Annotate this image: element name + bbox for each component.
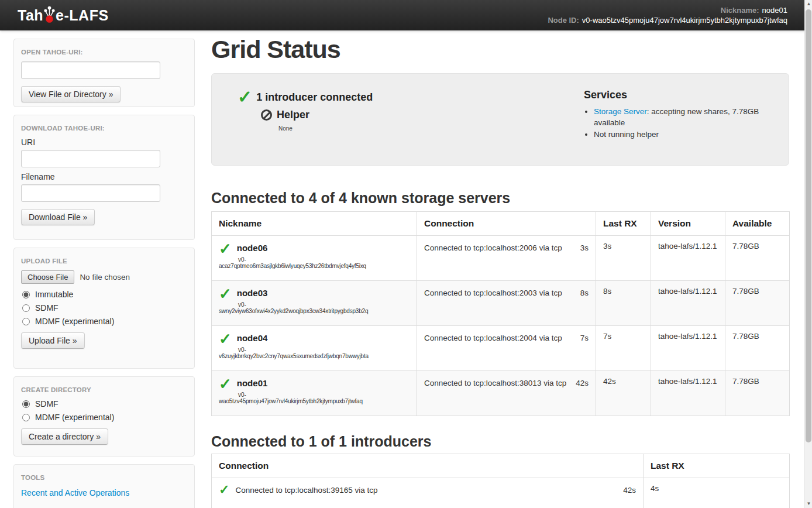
radio-upload-sdmf[interactable]: SDMF bbox=[21, 303, 187, 313]
nickname-cell: ✓node01 v0-wao5tzv45pmoju47jow7rvl4ukirj… bbox=[212, 371, 417, 416]
connection-cell: ✓ Connected to tcp:localhost:39165 via t… bbox=[212, 478, 644, 508]
check-icon: ✓ bbox=[219, 377, 232, 391]
nickname-label: Nickname: bbox=[721, 6, 759, 15]
upload-file-button[interactable]: Upload File » bbox=[21, 332, 85, 349]
download-file-button[interactable]: Download File » bbox=[21, 209, 95, 225]
introducers-header-row: Connection Last RX bbox=[212, 454, 790, 478]
col-last-rx: Last RX bbox=[596, 212, 651, 236]
storage-header-row: Nickname Connection Last RX Version Avai… bbox=[212, 212, 790, 236]
radio-mkdir-sdmf[interactable]: SDMF bbox=[21, 399, 187, 409]
table-row: ✓node04 v0-v6zuyjkbrrkqy2bvc2cny7qwax5sx… bbox=[212, 326, 790, 371]
node-peerid: v0-swny2viyw63ofxwi4x2yykd2woqjbpx3cw34x… bbox=[219, 301, 410, 314]
version-cell: tahoe-lafs/1.12.1 bbox=[651, 371, 725, 416]
node-nickname: node01 bbox=[237, 377, 268, 388]
available-cell: 7.78GB bbox=[725, 371, 790, 416]
vertical-scrollbar[interactable]: ▲ ▼ bbox=[804, 0, 812, 508]
available-cell: 7.78GB bbox=[725, 281, 790, 326]
helper-status-line: Helper bbox=[261, 109, 584, 121]
available-cell: 7.78GB bbox=[725, 326, 790, 371]
radio-upload-mdmf[interactable]: MDMF (experimental) bbox=[21, 317, 187, 326]
upload-file-label: UPLOAD FILE bbox=[21, 258, 187, 265]
helper-value: None bbox=[278, 125, 584, 132]
col-last-rx: Last RX bbox=[644, 454, 790, 478]
create-directory-panel: CREATE DIRECTORY SDMF MDMF (experimental… bbox=[13, 376, 195, 456]
service-storage-item: Storage Server: accepting new shares, 7.… bbox=[594, 106, 777, 128]
node-peerid: v0-acaz7qptmeo6m3asjlgkb6iwlyuqey53hz26t… bbox=[219, 256, 410, 269]
introducers-table: Connection Last RX ✓ Connected to tcp:lo… bbox=[211, 454, 790, 508]
radio-upload-sdmf-input[interactable] bbox=[22, 304, 30, 312]
service-helper-item: Not running helper bbox=[594, 129, 777, 140]
node-id-row: Node ID:v0-wao5tzv45pmoju47jow7rvl4ukirj… bbox=[548, 15, 787, 25]
node-id-label: Node ID: bbox=[548, 16, 579, 25]
recent-operations-link[interactable]: Recent and Active Operations bbox=[21, 488, 129, 497]
introducer-status-line: ✓ 1 introducer connected bbox=[238, 89, 584, 105]
last-rx-cell: 4s bbox=[644, 478, 790, 508]
nickname-cell: ✓node06 v0-acaz7qptmeo6m3asjlgkb6iwlyuqe… bbox=[212, 236, 417, 281]
radio-mkdir-mdmf-input[interactable] bbox=[22, 414, 30, 421]
radio-mkdir-sdmf-input[interactable] bbox=[22, 400, 30, 408]
view-file-button[interactable]: View File or Directory » bbox=[21, 86, 121, 102]
scroll-up-arrow[interactable]: ▲ bbox=[805, 0, 812, 8]
page-title: Grid Status bbox=[211, 34, 789, 64]
tahoe-berry-icon bbox=[44, 5, 55, 24]
open-uri-input[interactable] bbox=[21, 61, 160, 79]
services-list: Storage Server: accepting new shares, 7.… bbox=[584, 106, 777, 140]
app-logo[interactable]: Tah e-LAFS bbox=[18, 6, 109, 25]
open-tahoe-uri-panel: OPEN TAHOE-URI: View File or Directory » bbox=[13, 39, 195, 107]
version-cell: tahoe-lafs/1.12.1 bbox=[651, 326, 725, 371]
radio-upload-sdmf-label: SDMF bbox=[35, 303, 59, 313]
storage-servers-heading: Connected to 4 of 4 known storage server… bbox=[211, 189, 789, 207]
create-directory-button[interactable]: Create a directory » bbox=[21, 428, 108, 445]
logo-text-prefix: Tah bbox=[18, 7, 43, 24]
nickname-cell: ✓node03 v0-swny2viyw63ofxwi4x2yykd2woqjb… bbox=[212, 281, 417, 326]
scroll-down-arrow[interactable]: ▼ bbox=[805, 500, 812, 508]
node-id-value: v0-wao5tzv45pmoju47jow7rvl4ukirjm5ytbh2k… bbox=[582, 16, 787, 25]
nickname-value: node01 bbox=[762, 6, 787, 15]
download-filename-input[interactable] bbox=[21, 184, 160, 202]
file-chosen-status: No file chosen bbox=[80, 273, 130, 282]
node-peerid: v0-v6zuyjkbrrkqy2bvc2cny7qwax5sxumedsxfz… bbox=[219, 346, 410, 359]
radio-mkdir-sdmf-label: SDMF bbox=[35, 399, 59, 409]
radio-mkdir-mdmf[interactable]: MDMF (experimental) bbox=[21, 413, 187, 422]
node-nickname: node04 bbox=[237, 332, 268, 343]
check-icon: ✓ bbox=[238, 89, 252, 105]
last-rx-cell: 3s bbox=[596, 236, 651, 281]
col-available: Available bbox=[725, 212, 790, 236]
node-nickname: node03 bbox=[237, 287, 268, 298]
check-icon: ✓ bbox=[219, 332, 232, 346]
storage-servers-table: Nickname Connection Last RX Version Avai… bbox=[211, 211, 790, 416]
col-version: Version bbox=[651, 212, 725, 236]
download-uri-input[interactable] bbox=[21, 150, 160, 167]
summary-status-column: ✓ 1 introducer connected Helper None bbox=[238, 89, 584, 153]
introducer-status-text: 1 introducer connected bbox=[256, 91, 373, 104]
nickname-cell: ✓node04 v0-v6zuyjkbrrkqy2bvc2cny7qwax5sx… bbox=[212, 326, 417, 371]
col-connection: Connection bbox=[212, 454, 644, 478]
last-rx-cell: 8s bbox=[596, 281, 651, 326]
not-available-icon bbox=[261, 109, 272, 121]
table-row: ✓ Connected to tcp:localhost:39165 via t… bbox=[212, 478, 790, 508]
available-cell: 7.78GB bbox=[725, 236, 790, 281]
radio-mkdir-mdmf-label: MDMF (experimental) bbox=[35, 413, 114, 422]
col-connection: Connection bbox=[417, 212, 596, 236]
grid-summary-panel: ✓ 1 introducer connected Helper None Ser… bbox=[211, 73, 789, 166]
connection-cell: Connected to tcp:localhost:2003 via tcp8… bbox=[417, 281, 596, 326]
upload-file-panel: UPLOAD FILE Choose File No file chosen I… bbox=[13, 248, 195, 369]
radio-upload-mdmf-input[interactable] bbox=[22, 318, 30, 325]
connection-cell: Connected to tcp:localhost:2004 via tcp7… bbox=[417, 326, 596, 371]
table-row: ✓node01 v0-wao5tzv45pmoju47jow7rvl4ukirj… bbox=[212, 371, 790, 416]
radio-immutable-input[interactable] bbox=[22, 291, 30, 298]
introducers-heading: Connected to 1 of 1 introducers bbox=[211, 433, 789, 450]
col-nickname: Nickname bbox=[212, 212, 417, 236]
version-cell: tahoe-lafs/1.12.1 bbox=[651, 281, 725, 326]
radio-upload-mdmf-label: MDMF (experimental) bbox=[35, 317, 114, 326]
tools-label: TOOLS bbox=[21, 474, 187, 481]
node-meta: Nickname:node01 Node ID:v0-wao5tzv45pmoj… bbox=[548, 5, 787, 25]
node-peerid: v0-wao5tzv45pmoju47jow7rvl4ukirjm5ytbh2k… bbox=[219, 392, 410, 404]
logo-text-suffix: e-LAFS bbox=[56, 7, 109, 24]
services-column: Services Storage Server: accepting new s… bbox=[584, 89, 777, 153]
radio-immutable[interactable]: Immutable bbox=[21, 290, 187, 299]
scrollbar-thumb[interactable] bbox=[806, 9, 811, 442]
connection-cell: Connected to tcp:localhost:38013 via tcp… bbox=[417, 371, 596, 416]
choose-file-button[interactable]: Choose File bbox=[21, 270, 74, 284]
storage-server-link[interactable]: Storage Server bbox=[594, 107, 647, 116]
